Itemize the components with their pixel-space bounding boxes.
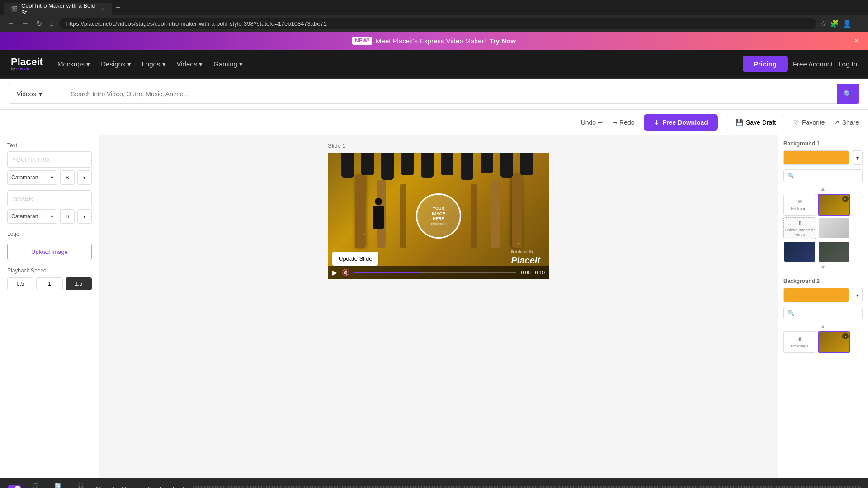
promo-banner: NEW! Meet Placeit's Express Video Maker!… — [0, 32, 868, 50]
free-download-label: Free Download — [663, 119, 708, 126]
mute-button[interactable]: 🔇 — [342, 269, 349, 276]
search-bg-2[interactable]: 🔍 — [783, 307, 863, 319]
save-icon: 💾 — [736, 119, 743, 126]
text-section-label: Text — [7, 142, 92, 149]
logo[interactable]: Placeit by envato — [11, 57, 43, 71]
address-bar[interactable] — [59, 18, 816, 29]
bg-img-5 — [819, 242, 849, 262]
bg-no-image-1[interactable]: 👁 No Image — [783, 194, 816, 216]
share-button[interactable]: ↗ Share — [834, 119, 859, 126]
bookmark-icon[interactable]: ☆ — [820, 19, 826, 28]
font-style-btn-1b[interactable]: ▾ — [77, 170, 92, 185]
extension-icon[interactable]: 🧩 — [830, 19, 839, 28]
bg-item-selected-2[interactable]: × — [818, 331, 850, 353]
text-field-1[interactable] — [7, 151, 92, 168]
scroll-up-1[interactable]: ▲ — [783, 186, 863, 192]
free-download-button[interactable]: ⬇ Free Download — [644, 114, 718, 131]
nav-logos[interactable]: Logos ▾ — [142, 60, 166, 68]
replace-icon: 🔄 — [55, 483, 61, 488]
spark-4 — [518, 243, 519, 244]
promo-close-button[interactable]: × — [854, 36, 859, 46]
profile-icon[interactable]: 👤 — [843, 19, 852, 28]
logo-circle-inner: YOUR IMAGE HERE 1500×1000 — [430, 206, 446, 226]
login-button[interactable]: Log In — [838, 60, 857, 68]
font-row-2: Catamaran ▾ B ▾ — [7, 209, 92, 224]
listen-control[interactable]: 🎧 Listen — [75, 483, 88, 488]
redo-label: Redo — [619, 119, 634, 126]
bg-item-selected-1[interactable]: × — [818, 194, 850, 216]
spark-3 — [364, 234, 365, 235]
delete-bg-1[interactable]: × — [842, 196, 849, 202]
progress-bar[interactable] — [354, 272, 516, 273]
color-swatch-2[interactable] — [783, 288, 849, 302]
upload-label-1: Upload Image or Video — [784, 228, 816, 237]
logo-main: Placeit — [11, 57, 43, 67]
undo-button[interactable]: Undo ↩ — [581, 119, 603, 126]
delete-bg-2[interactable]: × — [842, 333, 849, 339]
audio-toggle[interactable] — [7, 485, 22, 488]
light-4 — [401, 153, 414, 175]
speed-btn-05[interactable]: 0.5 — [7, 277, 33, 290]
speed-btn-15[interactable]: 1.5 — [66, 277, 92, 290]
back-button[interactable]: ← — [5, 18, 16, 29]
browser-toolbar: ← → ↻ ⌂ ☆ 🧩 👤 ⋮ — [0, 15, 868, 32]
bg-grid-2: 👁 No Image × — [783, 331, 863, 353]
undo-label: Undo — [581, 119, 596, 126]
new-badge: NEW! — [352, 37, 372, 45]
scroll-down-1[interactable]: ▼ — [783, 264, 863, 271]
refresh-button[interactable]: ↻ — [34, 18, 44, 30]
forward-button[interactable]: → — [20, 18, 31, 29]
no-image-label-1: No Image — [791, 206, 808, 211]
free-account-button[interactable]: Free Account — [793, 60, 833, 68]
search-category-dropdown[interactable]: Videos ▾ — [9, 84, 63, 104]
color-dropdown-1[interactable]: ▾ — [852, 150, 863, 165]
font-style-btn-1a[interactable]: B — [60, 170, 75, 185]
font-style-btn-2b[interactable]: ▾ — [77, 209, 92, 224]
pricing-button[interactable]: Pricing — [743, 56, 788, 72]
bg-item-2[interactable] — [818, 217, 850, 239]
nav-mockups[interactable]: Mockups ▾ — [57, 60, 90, 68]
font-select-2[interactable]: Catamaran ▾ — [7, 209, 57, 224]
pillar-3 — [512, 175, 522, 248]
home-button[interactable]: ⌂ — [47, 18, 56, 29]
search-button[interactable]: 🔍 — [837, 84, 859, 104]
search-bg-icon-1: 🔍 — [788, 173, 794, 179]
bg-img-4 — [784, 242, 815, 262]
upload-image-button[interactable]: Upload Image — [7, 244, 92, 260]
font-select-1[interactable]: Catamaran ▾ — [7, 170, 57, 185]
logo-circle-line2: IMAGE — [430, 211, 446, 217]
redo-button[interactable]: ↪ Redo — [612, 119, 634, 126]
replace-control[interactable]: 🔄 Replace — [49, 483, 67, 488]
nav-designs[interactable]: Designs ▾ — [101, 60, 131, 68]
text-field-2[interactable] — [7, 190, 92, 206]
bg-upload-1[interactable]: ⬆ Upload Image or Video — [783, 217, 816, 239]
try-now-link[interactable]: Try Now — [490, 37, 516, 45]
bg-no-image-2[interactable]: 👁 No Image — [783, 331, 816, 353]
nav-gaming[interactable]: Gaming ▾ — [213, 60, 243, 68]
tab-close-btn[interactable]: × — [102, 6, 105, 12]
save-draft-button[interactable]: 💾 Save Draft — [727, 114, 784, 131]
share-icon: ↗ — [834, 119, 840, 126]
time-display: 0:06 - 0:10 — [521, 270, 545, 275]
bg-item-3[interactable] — [783, 241, 816, 263]
audio-control[interactable]: 🎵 Audio — [29, 483, 42, 488]
color-dropdown-2[interactable]: ▾ — [852, 288, 863, 302]
search-bg-1[interactable]: 🔍 — [783, 169, 863, 182]
font-style-btn-2a[interactable]: B — [60, 209, 75, 224]
new-tab-button[interactable]: + — [112, 1, 124, 14]
favorite-button[interactable]: ♡ Favorite — [793, 119, 825, 126]
color-picker-row-1: ▾ — [783, 150, 863, 165]
menu-icon[interactable]: ⋮ — [855, 19, 863, 28]
color-swatch-1[interactable] — [783, 150, 849, 165]
speed-btn-1[interactable]: 1 — [36, 277, 62, 290]
active-tab[interactable]: 🎬 Cool Intro Maker with a Bold St... × — [4, 3, 112, 15]
nav-videos[interactable]: Videos ▾ — [177, 60, 203, 68]
update-slide-button[interactable]: Update Slide — [332, 252, 378, 266]
scroll-up-2[interactable]: ▲ — [783, 323, 863, 329]
video-preview: YOUR IMAGE HERE 1500×1000 Made with Plac… — [328, 153, 549, 279]
font-name-1: Catamaran — [11, 174, 38, 181]
search-input[interactable] — [63, 84, 837, 104]
play-button[interactable]: ▶ — [332, 269, 337, 276]
bg-item-4[interactable] — [818, 241, 850, 263]
light-8 — [481, 153, 493, 173]
